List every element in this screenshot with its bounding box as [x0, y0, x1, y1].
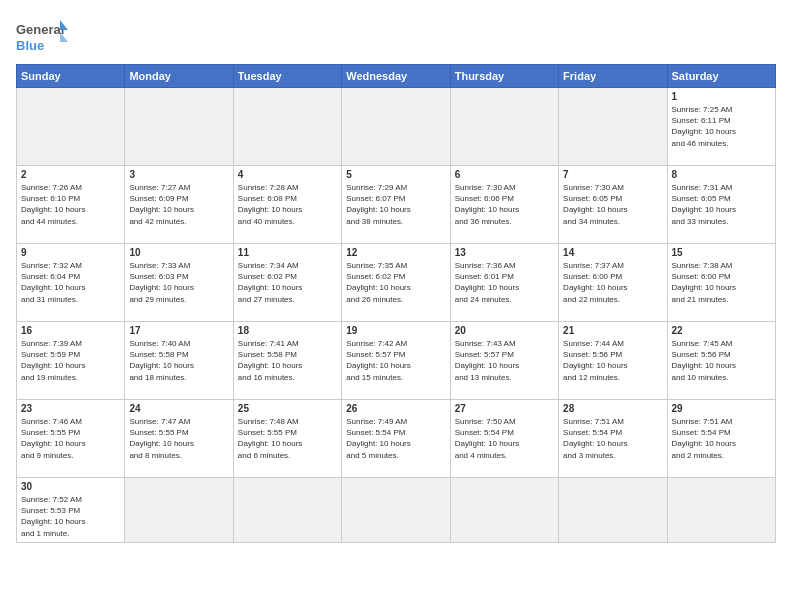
calendar-cell: 29Sunrise: 7:51 AM Sunset: 5:54 PM Dayli…: [667, 400, 775, 478]
day-number: 6: [455, 169, 554, 180]
calendar-cell: 15Sunrise: 7:38 AM Sunset: 6:00 PM Dayli…: [667, 244, 775, 322]
day-header-sunday: Sunday: [17, 65, 125, 88]
calendar-cell: 4Sunrise: 7:28 AM Sunset: 6:08 PM Daylig…: [233, 166, 341, 244]
calendar-cell: 27Sunrise: 7:50 AM Sunset: 5:54 PM Dayli…: [450, 400, 558, 478]
calendar-cell: [17, 88, 125, 166]
day-header-tuesday: Tuesday: [233, 65, 341, 88]
calendar-cell: 30Sunrise: 7:52 AM Sunset: 5:53 PM Dayli…: [17, 478, 125, 543]
calendar-cell: 2Sunrise: 7:26 AM Sunset: 6:10 PM Daylig…: [17, 166, 125, 244]
calendar-cell: 25Sunrise: 7:48 AM Sunset: 5:55 PM Dayli…: [233, 400, 341, 478]
calendar-cell: 6Sunrise: 7:30 AM Sunset: 6:06 PM Daylig…: [450, 166, 558, 244]
calendar-cell: [233, 88, 341, 166]
logo-svg: General Blue: [16, 16, 68, 56]
day-info: Sunrise: 7:45 AM Sunset: 5:56 PM Dayligh…: [672, 338, 771, 383]
calendar-header: SundayMondayTuesdayWednesdayThursdayFrid…: [17, 65, 776, 88]
calendar-cell: 26Sunrise: 7:49 AM Sunset: 5:54 PM Dayli…: [342, 400, 450, 478]
day-number: 8: [672, 169, 771, 180]
day-number: 12: [346, 247, 445, 258]
day-header-thursday: Thursday: [450, 65, 558, 88]
day-number: 18: [238, 325, 337, 336]
day-info: Sunrise: 7:50 AM Sunset: 5:54 PM Dayligh…: [455, 416, 554, 461]
day-info: Sunrise: 7:46 AM Sunset: 5:55 PM Dayligh…: [21, 416, 120, 461]
calendar-cell: [450, 478, 558, 543]
day-number: 21: [563, 325, 662, 336]
logo: General Blue: [16, 16, 68, 56]
day-info: Sunrise: 7:49 AM Sunset: 5:54 PM Dayligh…: [346, 416, 445, 461]
day-number: 22: [672, 325, 771, 336]
calendar-cell: 20Sunrise: 7:43 AM Sunset: 5:57 PM Dayli…: [450, 322, 558, 400]
calendar-cell: 9Sunrise: 7:32 AM Sunset: 6:04 PM Daylig…: [17, 244, 125, 322]
week-row-1: 2Sunrise: 7:26 AM Sunset: 6:10 PM Daylig…: [17, 166, 776, 244]
calendar-cell: [559, 88, 667, 166]
week-row-2: 9Sunrise: 7:32 AM Sunset: 6:04 PM Daylig…: [17, 244, 776, 322]
day-info: Sunrise: 7:42 AM Sunset: 5:57 PM Dayligh…: [346, 338, 445, 383]
day-info: Sunrise: 7:38 AM Sunset: 6:00 PM Dayligh…: [672, 260, 771, 305]
day-info: Sunrise: 7:32 AM Sunset: 6:04 PM Dayligh…: [21, 260, 120, 305]
day-info: Sunrise: 7:48 AM Sunset: 5:55 PM Dayligh…: [238, 416, 337, 461]
day-number: 30: [21, 481, 120, 492]
day-info: Sunrise: 7:52 AM Sunset: 5:53 PM Dayligh…: [21, 494, 120, 539]
day-info: Sunrise: 7:31 AM Sunset: 6:05 PM Dayligh…: [672, 182, 771, 227]
day-info: Sunrise: 7:43 AM Sunset: 5:57 PM Dayligh…: [455, 338, 554, 383]
calendar-cell: 7Sunrise: 7:30 AM Sunset: 6:05 PM Daylig…: [559, 166, 667, 244]
calendar-cell: [125, 478, 233, 543]
day-number: 15: [672, 247, 771, 258]
day-info: Sunrise: 7:51 AM Sunset: 5:54 PM Dayligh…: [672, 416, 771, 461]
day-info: Sunrise: 7:51 AM Sunset: 5:54 PM Dayligh…: [563, 416, 662, 461]
header: General Blue: [16, 16, 776, 56]
calendar-cell: [233, 478, 341, 543]
day-info: Sunrise: 7:41 AM Sunset: 5:58 PM Dayligh…: [238, 338, 337, 383]
calendar-table: SundayMondayTuesdayWednesdayThursdayFrid…: [16, 64, 776, 543]
calendar-cell: [342, 88, 450, 166]
svg-text:Blue: Blue: [16, 38, 44, 53]
day-number: 13: [455, 247, 554, 258]
calendar-cell: 16Sunrise: 7:39 AM Sunset: 5:59 PM Dayli…: [17, 322, 125, 400]
calendar-cell: 12Sunrise: 7:35 AM Sunset: 6:02 PM Dayli…: [342, 244, 450, 322]
calendar-cell: [342, 478, 450, 543]
day-info: Sunrise: 7:30 AM Sunset: 6:06 PM Dayligh…: [455, 182, 554, 227]
day-info: Sunrise: 7:39 AM Sunset: 5:59 PM Dayligh…: [21, 338, 120, 383]
calendar-cell: 23Sunrise: 7:46 AM Sunset: 5:55 PM Dayli…: [17, 400, 125, 478]
calendar-cell: 24Sunrise: 7:47 AM Sunset: 5:55 PM Dayli…: [125, 400, 233, 478]
day-number: 29: [672, 403, 771, 414]
day-number: 1: [672, 91, 771, 102]
calendar-cell: 22Sunrise: 7:45 AM Sunset: 5:56 PM Dayli…: [667, 322, 775, 400]
day-number: 3: [129, 169, 228, 180]
day-number: 26: [346, 403, 445, 414]
day-number: 17: [129, 325, 228, 336]
day-number: 9: [21, 247, 120, 258]
svg-text:General: General: [16, 22, 64, 37]
day-info: Sunrise: 7:30 AM Sunset: 6:05 PM Dayligh…: [563, 182, 662, 227]
day-header-saturday: Saturday: [667, 65, 775, 88]
day-number: 16: [21, 325, 120, 336]
calendar-body: 1Sunrise: 7:25 AM Sunset: 6:11 PM Daylig…: [17, 88, 776, 543]
calendar-cell: [559, 478, 667, 543]
calendar-cell: 18Sunrise: 7:41 AM Sunset: 5:58 PM Dayli…: [233, 322, 341, 400]
day-info: Sunrise: 7:25 AM Sunset: 6:11 PM Dayligh…: [672, 104, 771, 149]
calendar-cell: 21Sunrise: 7:44 AM Sunset: 5:56 PM Dayli…: [559, 322, 667, 400]
day-info: Sunrise: 7:35 AM Sunset: 6:02 PM Dayligh…: [346, 260, 445, 305]
day-number: 4: [238, 169, 337, 180]
calendar-cell: 13Sunrise: 7:36 AM Sunset: 6:01 PM Dayli…: [450, 244, 558, 322]
day-number: 14: [563, 247, 662, 258]
calendar-cell: [125, 88, 233, 166]
day-header-monday: Monday: [125, 65, 233, 88]
days-of-week-row: SundayMondayTuesdayWednesdayThursdayFrid…: [17, 65, 776, 88]
day-number: 11: [238, 247, 337, 258]
day-number: 27: [455, 403, 554, 414]
day-number: 28: [563, 403, 662, 414]
week-row-3: 16Sunrise: 7:39 AM Sunset: 5:59 PM Dayli…: [17, 322, 776, 400]
calendar-cell: 11Sunrise: 7:34 AM Sunset: 6:02 PM Dayli…: [233, 244, 341, 322]
day-number: 25: [238, 403, 337, 414]
day-info: Sunrise: 7:26 AM Sunset: 6:10 PM Dayligh…: [21, 182, 120, 227]
calendar-cell: 14Sunrise: 7:37 AM Sunset: 6:00 PM Dayli…: [559, 244, 667, 322]
page: General Blue SundayMondayTuesdayWednesda…: [0, 0, 792, 612]
calendar-cell: 28Sunrise: 7:51 AM Sunset: 5:54 PM Dayli…: [559, 400, 667, 478]
day-info: Sunrise: 7:36 AM Sunset: 6:01 PM Dayligh…: [455, 260, 554, 305]
week-row-0: 1Sunrise: 7:25 AM Sunset: 6:11 PM Daylig…: [17, 88, 776, 166]
day-number: 23: [21, 403, 120, 414]
calendar-cell: [667, 478, 775, 543]
day-number: 19: [346, 325, 445, 336]
week-row-5: 30Sunrise: 7:52 AM Sunset: 5:53 PM Dayli…: [17, 478, 776, 543]
day-number: 2: [21, 169, 120, 180]
